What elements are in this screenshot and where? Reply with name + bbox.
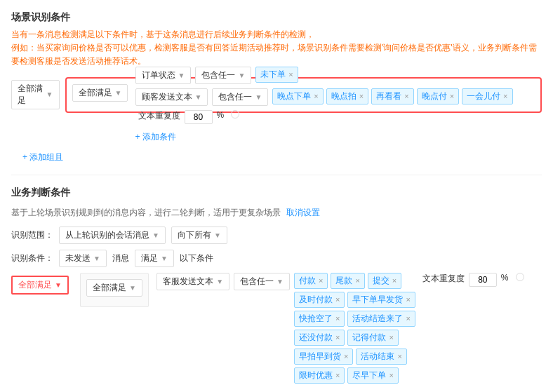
scene-outer-select-arrow: ▼ — [46, 90, 53, 98]
business-inner-groups: 全部满足 ▼ 客服发送文本 ▼ 包含任一 ▼ — [80, 273, 524, 392]
biz-text-repeat-label: 文本重复度 — [422, 273, 465, 285]
tag-wandianpai-close[interactable]: × — [359, 92, 364, 100]
tag-zaoxiadanzaofabiao: 早下单早发货 × — [347, 292, 415, 308]
tag-haimuifukuan-close[interactable]: × — [335, 333, 340, 342]
business-outer-select-wrapper: 全部满足 ▼ — [11, 276, 69, 295]
scene-row1: 订单状态 ▼ 包含任一 ▼ 未下单 × — [135, 67, 542, 84]
scene-row1-tags: 未下单 × — [255, 67, 298, 83]
biz-row1-tags-block: 付款 × 尾款 × 提交 × — [294, 273, 415, 384]
biz-percent-sign: % — [501, 273, 509, 283]
business-section-header: 业务判断条件 — [11, 187, 542, 203]
tag-zaikankan-close[interactable]: × — [404, 92, 408, 100]
business-identify-range-row: 识别范围： 从上轮识别的会话消息 ▼ 向下所有 ▼ — [11, 227, 542, 244]
scene-row2: 顾客发送文本 ▼ 包含任一 ▼ 晚点下单 × — [135, 88, 542, 124]
biz-tags-row4: 还没付款 × 记得付款 × — [294, 330, 415, 346]
cancel-setting-link[interactable]: 取消设置 — [286, 207, 320, 219]
scene-percent-input[interactable] — [185, 110, 213, 124]
biz-radio[interactable] — [516, 273, 524, 281]
business-condition-rows: 客服发送文本 ▼ 包含任一 ▼ 付款 × — [156, 273, 524, 392]
tag-jidefukuan-close[interactable]: × — [389, 333, 393, 342]
tag-jidefukuan: 记得付款 × — [347, 330, 398, 346]
scene-row2-select1[interactable]: 顾客发送文本 ▼ — [135, 88, 208, 106]
business-outer-group: 全部满足 ▼ 全部满足 ▼ 客服发送文本 ▼ 包含任一 — [11, 273, 542, 392]
biz-percent-input[interactable] — [469, 273, 497, 287]
scene-row2-select2[interactable]: 包含任一 ▼ — [212, 88, 268, 106]
tag-fukuan-close[interactable]: × — [319, 276, 323, 285]
scene-row1-select2[interactable]: 包含任一 ▼ — [195, 67, 251, 84]
scene-outer-select[interactable]: 全部满足 ▼ — [11, 80, 60, 109]
identify-cond-text1: 消息 — [112, 252, 129, 264]
scene-text-repeat-label: 文本重复度 — [138, 110, 180, 122]
scene-inner-arrow: ▼ — [115, 89, 122, 97]
scene-row2-tags: 晚点下单 × 晚点拍 × 再看看 × — [272, 88, 512, 104]
tag-xiansiyouhui-close[interactable]: × — [335, 371, 340, 379]
tag-jinzaoxiadan-close[interactable]: × — [389, 371, 393, 379]
scene-desc-line1: 当有一条消息检测满足以下条件时，基于这条消息进行后续业务判断条件的检测， — [11, 29, 314, 39]
biz-tags-row2: 及时付款 × 早下单早发货 × — [294, 292, 415, 308]
tag-wandianfu: 晚点付 × — [417, 88, 459, 104]
tag-weixiadan: 未下单 × — [255, 67, 298, 83]
scene-rows-stack: 订单状态 ▼ 包含任一 ▼ 未下单 × — [135, 67, 542, 143]
tag-wandianxiadan: 晚点下单 × — [272, 88, 323, 104]
tag-huodinggjieshu-close[interactable]: × — [397, 352, 401, 360]
tag-fukuan: 付款 × — [294, 273, 328, 289]
tag-wandianxiadan-close[interactable]: × — [314, 92, 318, 100]
scene-radio[interactable] — [231, 110, 239, 119]
tag-jishifukuan: 及时付款 × — [294, 292, 345, 308]
identify-condition-label: 识别条件： — [11, 252, 53, 264]
tag-kuaikongkong: 快抢空了 × — [294, 311, 345, 327]
tag-zaopaizhao: 早拍早到货 × — [294, 349, 353, 365]
tag-huodongjiegulaile-close[interactable]: × — [406, 314, 410, 323]
biz-row1-select1[interactable]: 客服发送文本 ▼ — [156, 273, 229, 290]
business-section: 业务判断条件 基于上轮场景识别规则到的消息内容，进行二轮判断，适用于更复杂场景 … — [11, 187, 542, 392]
business-inner-all-satisfy-select[interactable]: 全部满足 ▼ — [86, 279, 142, 297]
scene-section: 场景识别条件 当有一条消息检测满足以下条件时，基于这条消息进行后续业务判断条件的… — [11, 11, 542, 163]
scene-inner-all-satisfy-select[interactable]: 全部满足 ▼ — [72, 84, 128, 102]
biz-tags-row1: 付款 × 尾款 × 提交 × — [294, 273, 415, 289]
tag-weikuan: 尾款 × — [331, 273, 364, 289]
scene-inner-groups: 全部满足 ▼ 订单状态 ▼ 包含任一 ▼ — [65, 77, 542, 143]
identify-range-select1[interactable]: 从上轮识别的会话消息 ▼ — [59, 227, 166, 244]
tag-jinzaoxiadan: 尽早下单 × — [347, 367, 398, 384]
biz-row1-select2[interactable]: 包含任一 ▼ — [234, 273, 290, 290]
tag-huodinggjieshu: 活动结束 × — [356, 349, 406, 365]
tag-zaopaizhao-close[interactable]: × — [344, 352, 348, 360]
tag-wandianfu-close[interactable]: × — [450, 92, 454, 100]
business-desc-row: 基于上轮场景识别规则到的消息内容，进行二轮判断，适用于更复杂场景 取消设置 — [11, 206, 542, 219]
section-divider — [11, 175, 542, 175]
scene-condition-rows: 订单状态 ▼ 包含任一 ▼ 未下单 × — [135, 67, 542, 143]
scene-percent-sign: % — [217, 110, 225, 120]
business-inner-group: 全部满足 ▼ — [80, 273, 149, 307]
identify-cond-select2[interactable]: 满足 ▼ — [135, 250, 174, 267]
business-identify-condition-row: 识别条件： 未发送 ▼ 消息 满足 ▼ 以下条件 — [11, 250, 542, 267]
tag-xiansiyouhui: 限时优惠 × — [294, 367, 345, 384]
biz-tags-row3: 快抢空了 × 活动结造来了 × — [294, 311, 415, 327]
tag-haimuifukuan: 还没付款 × — [294, 330, 345, 346]
tag-weixiadan-close[interactable]: × — [288, 70, 293, 79]
scene-add-condition-btn[interactable]: + 添加条件 — [135, 131, 542, 143]
biz-tags-row5: 早拍早到货 × 活动结束 × — [294, 349, 415, 365]
business-row1: 客服发送文本 ▼ 包含任一 ▼ 付款 × — [156, 273, 524, 384]
business-desc: 基于上轮场景识别规则到的消息内容，进行二轮判断，适用于更复杂场景 — [11, 206, 281, 219]
tag-zaoxiadanzaofabiao-close[interactable]: × — [406, 295, 410, 304]
tag-yihuierfu: 一会儿付 × — [462, 88, 512, 104]
scene-desc: 当有一条消息检测满足以下条件时，基于这条消息进行后续业务判断条件的检测， 例如：… — [11, 28, 542, 69]
tag-jishifukuan-close[interactable]: × — [335, 295, 340, 304]
tag-huodongjiegulaile: 活动结造来了 × — [347, 311, 415, 327]
tag-wandianpai: 晚点拍 × — [326, 88, 368, 104]
scene-title: 场景识别条件 — [11, 11, 542, 24]
identify-range-label: 识别范围： — [11, 229, 53, 241]
business-outer-select[interactable]: 全部满足 ▼ — [11, 276, 69, 295]
tag-tijiao: 提交 × — [368, 273, 401, 289]
tag-zaikankan: 再看看 × — [371, 88, 413, 104]
scene-add-group-btn[interactable]: + 添加组且 — [22, 151, 63, 163]
tag-yihuierfu-close[interactable]: × — [503, 92, 507, 100]
tag-tijiao-close[interactable]: × — [392, 276, 397, 285]
identify-range-select2[interactable]: 向下所有 ▼ — [171, 227, 227, 244]
tag-kuaikongkong-close[interactable]: × — [335, 314, 340, 323]
biz-tags-row6: 限时优惠 × 尽早下单 × — [294, 367, 415, 384]
scene-row1-select1[interactable]: 订单状态 ▼ — [135, 67, 192, 84]
scene-outer-select-wrapper: 全部满足 ▼ — [11, 80, 60, 109]
tag-weikuan-close[interactable]: × — [355, 276, 359, 285]
identify-cond-select1[interactable]: 未发送 ▼ — [59, 250, 107, 267]
